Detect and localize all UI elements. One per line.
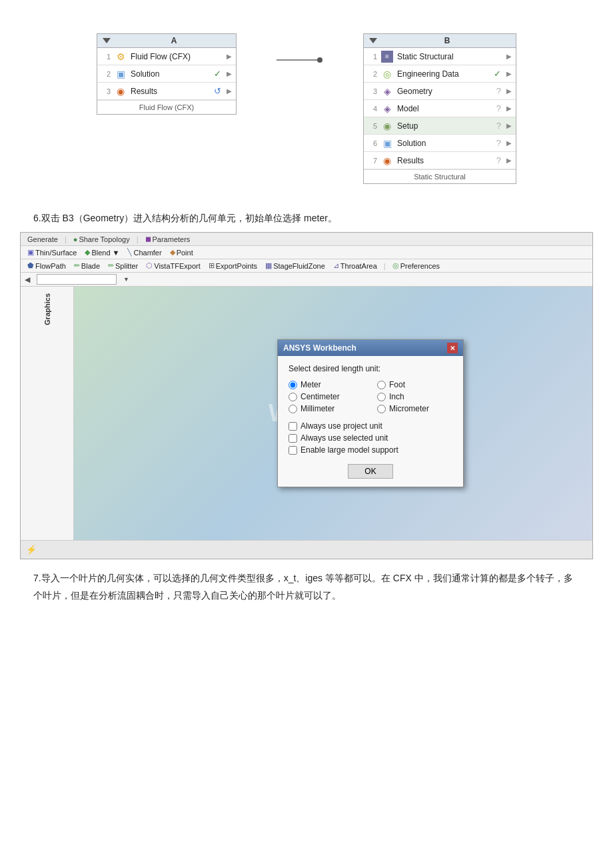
box-b-row-4[interactable]: 4 ◈ Model ? ▶ bbox=[364, 100, 516, 117]
meter-radio[interactable] bbox=[289, 381, 297, 389]
solution-b-label: Solution bbox=[397, 139, 490, 148]
box-b-footer: Static Structural bbox=[364, 169, 516, 183]
project-unit-checkbox[interactable] bbox=[289, 422, 297, 431]
stage-fluid-zone-btn[interactable]: ▦StageFluidZone bbox=[263, 261, 328, 271]
radio-foot[interactable]: Foot bbox=[377, 380, 452, 389]
row-num: 1 bbox=[368, 53, 377, 61]
model-label: Model bbox=[397, 104, 490, 113]
filter-input[interactable] bbox=[37, 274, 117, 285]
box-a-header: A bbox=[97, 34, 236, 48]
prefs-icon: ◎ bbox=[392, 261, 399, 270]
eng-data-label: Engineering Data bbox=[397, 69, 487, 79]
check-large-model[interactable]: Enable large model support bbox=[289, 445, 452, 455]
stage-icon: ▦ bbox=[265, 261, 272, 270]
solution-a-status: ✓ bbox=[214, 69, 221, 79]
row-num: 6 bbox=[368, 139, 377, 147]
foot-radio[interactable] bbox=[377, 381, 386, 389]
thin-surface-icon: ▣ bbox=[27, 248, 34, 257]
diagram-section: A 1 ⚙ Fluid Flow (CFX) ▶ 2 ▣ Solution ✓ … bbox=[13, 27, 600, 191]
centimeter-radio[interactable] bbox=[289, 393, 297, 401]
toolbar-filter-row: ◀ ▼ bbox=[21, 273, 592, 287]
row-arrow: ▶ bbox=[506, 53, 512, 60]
row-arrow: ▶ bbox=[506, 105, 512, 112]
radio-centimeter[interactable]: Centimeter bbox=[289, 392, 364, 401]
row-arrow: ▶ bbox=[227, 53, 232, 60]
row-arrow: ▶ bbox=[506, 70, 512, 77]
inch-radio[interactable] bbox=[377, 393, 386, 401]
chamfer-icon: ╲ bbox=[127, 248, 132, 257]
setup-status: ? bbox=[496, 121, 501, 131]
dialog-close-button[interactable]: ✕ bbox=[447, 343, 458, 353]
blade-btn[interactable]: ✏Blade bbox=[71, 261, 103, 271]
project-unit-label: Always use project unit bbox=[301, 421, 382, 431]
toolbar-section: Generate | ●Share Topology | ◼Parameters… bbox=[20, 232, 593, 559]
col-b-label: B bbox=[384, 36, 510, 45]
preferences-btn[interactable]: ◎Preferences bbox=[390, 261, 442, 271]
splitter-btn[interactable]: ✏Splitter bbox=[105, 261, 141, 271]
graphics-tab[interactable]: Graphics bbox=[43, 291, 51, 328]
header-triangle-a bbox=[103, 38, 111, 43]
results-b-icon: ◉ bbox=[381, 155, 393, 167]
millimeter-radio[interactable] bbox=[289, 405, 297, 413]
row-num: 7 bbox=[368, 157, 377, 165]
flowpath-icon: ⬟ bbox=[27, 261, 34, 270]
generate-btn[interactable]: Generate bbox=[25, 235, 61, 244]
setup-icon: ◉ bbox=[381, 120, 393, 132]
radio-inch[interactable]: Inch bbox=[377, 392, 452, 401]
thin-surface-btn[interactable]: ▣Thin/Surface bbox=[25, 247, 79, 257]
parameters-icon: ◼ bbox=[145, 235, 151, 243]
row-arrow: ▶ bbox=[227, 87, 232, 95]
ok-button[interactable]: OK bbox=[348, 464, 392, 479]
point-btn[interactable]: ◆Point bbox=[167, 247, 196, 257]
fluid-flow-icon: ⚙ bbox=[115, 51, 127, 63]
flowpath-btn[interactable]: ⬟FlowPath bbox=[25, 261, 69, 271]
box-b-row-3[interactable]: 3 ◈ Geometry ? ▶ bbox=[364, 83, 516, 100]
fluid-flow-label: Fluid Flow (CFX) bbox=[131, 52, 221, 61]
box-a-row-1[interactable]: 1 ⚙ Fluid Flow (CFX) ▶ bbox=[97, 48, 236, 65]
row-num: 2 bbox=[368, 70, 377, 78]
export-points-btn[interactable]: ⊞ExportPoints bbox=[206, 261, 260, 271]
box-b-row-1[interactable]: 1 ≡ Static Structural ▶ bbox=[364, 48, 516, 65]
step7-text: 7.导入一个叶片的几何实体，可以选择的几何文件类型很多，x_t、iges 等等都… bbox=[33, 570, 580, 603]
selected-unit-label: Always use selected unit bbox=[301, 433, 388, 443]
bottom-icon: ⚡ bbox=[26, 545, 37, 555]
solution-b-icon: ▣ bbox=[381, 137, 393, 149]
filter-label: ◀ bbox=[25, 275, 30, 284]
dialog-subtitle: Select desired length unit: bbox=[289, 364, 452, 373]
results-b-status: ? bbox=[496, 155, 501, 165]
box-b-header: B bbox=[364, 34, 516, 48]
dialog-ok-area: OK bbox=[289, 464, 452, 479]
box-a-row-2[interactable]: 2 ▣ Solution ✓ ▶ bbox=[97, 65, 236, 83]
graphics-canvas: WWW. ITI ANSYS Workbench ✕ Select desire… bbox=[74, 287, 592, 540]
selected-unit-checkbox[interactable] bbox=[289, 434, 297, 443]
dialog-overlay: ANSYS Workbench ✕ Select desired length … bbox=[277, 339, 464, 487]
box-b-row-6[interactable]: 6 ▣ Solution ? ▶ bbox=[364, 135, 516, 152]
solution-a-icon: ▣ bbox=[115, 68, 127, 80]
dialog-body: Select desired length unit: Meter Foot bbox=[278, 356, 463, 487]
check-project-unit[interactable]: Always use project unit bbox=[289, 421, 452, 431]
static-struct-label: Static Structural bbox=[397, 52, 501, 61]
check-selected-unit[interactable]: Always use selected unit bbox=[289, 433, 452, 443]
box-b-row-5[interactable]: 5 ◉ Setup ? ▶ bbox=[364, 117, 516, 135]
radio-meter[interactable]: Meter bbox=[289, 380, 364, 389]
radio-millimeter[interactable]: Millimeter bbox=[289, 404, 364, 413]
blend-btn[interactable]: ◆Blend ▼ bbox=[82, 247, 122, 257]
box-b-row-2[interactable]: 2 ◎ Engineering Data ✓ ▶ bbox=[364, 65, 516, 83]
micrometer-radio[interactable] bbox=[377, 405, 386, 413]
static-struct-icon: ≡ bbox=[381, 51, 393, 63]
vista-tf-export-btn[interactable]: ⬡VistaTFExport bbox=[143, 261, 203, 271]
dropdown-arrow: ▼ bbox=[123, 276, 129, 283]
millimeter-label: Millimeter bbox=[301, 404, 334, 413]
large-model-checkbox[interactable] bbox=[289, 446, 297, 455]
blade-icon: ✏ bbox=[74, 261, 80, 270]
flow-box-b: B 1 ≡ Static Structural ▶ 2 ◎ Engineerin… bbox=[363, 33, 516, 184]
results-a-icon: ◉ bbox=[115, 85, 127, 97]
radio-micrometer[interactable]: Micrometer bbox=[377, 404, 452, 413]
chamfer-btn[interactable]: ╲Chamfer bbox=[125, 247, 164, 257]
share-topology-btn[interactable]: ●Share Topology bbox=[71, 235, 133, 244]
box-a-row-3[interactable]: 3 ◉ Results ↺ ▶ bbox=[97, 83, 236, 100]
parameters-btn[interactable]: ◼Parameters bbox=[143, 234, 193, 244]
throat-area-btn[interactable]: ⊿ThroatArea bbox=[330, 261, 380, 271]
results-a-status: ↺ bbox=[214, 86, 221, 96]
box-b-row-7[interactable]: 7 ◉ Results ? ▶ bbox=[364, 152, 516, 169]
